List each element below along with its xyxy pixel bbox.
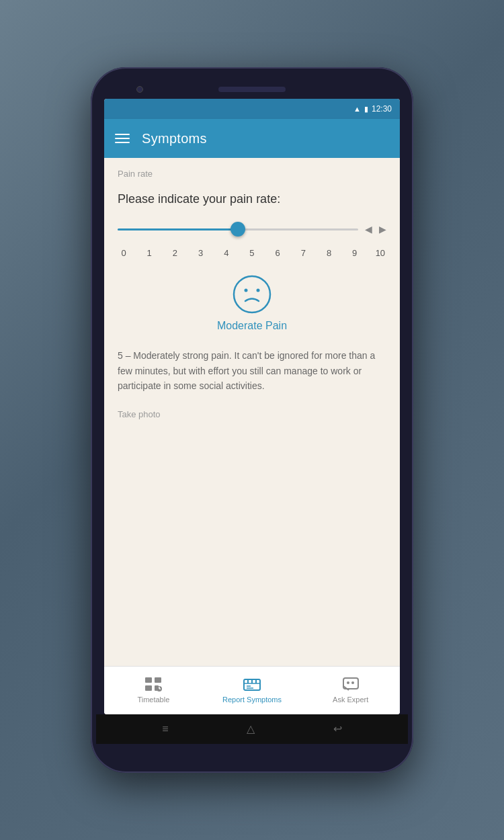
- android-home-button[interactable]: △: [247, 722, 255, 735]
- slider-num-10: 10: [374, 248, 386, 258]
- phone-screen: ▲ ▮ 12:30 Symptoms Pain rate Please indi…: [104, 99, 400, 714]
- camera: [136, 86, 143, 93]
- svg-point-0: [234, 276, 270, 312]
- report-symptoms-icon: [243, 677, 261, 693]
- slider-num-9: 9: [349, 248, 361, 258]
- slider-left-arrow[interactable]: ◀: [365, 224, 372, 235]
- nav-label-ask-expert: Ask Expert: [333, 696, 368, 704]
- pain-description: 5 – Moderately strong pain. It can't be …: [118, 348, 386, 393]
- slider-container[interactable]: ◀ ▶: [118, 221, 386, 237]
- android-back-button[interactable]: ↩: [333, 722, 342, 735]
- slider-thumb[interactable]: [230, 222, 245, 237]
- android-menu-button[interactable]: ≡: [162, 723, 168, 735]
- battery-icon: ▮: [364, 105, 368, 114]
- face-container: Moderate Pain: [118, 274, 386, 332]
- timetable-icon: [144, 677, 162, 693]
- status-icons: ▲ ▮ 12:30: [353, 104, 392, 114]
- svg-point-2: [257, 289, 260, 292]
- slider-fill: [118, 228, 238, 230]
- slider-num-3: 3: [195, 248, 207, 258]
- bottom-nav: Timetable Report Symptoms: [104, 666, 400, 714]
- slider-num-6: 6: [271, 248, 284, 258]
- slider-num-8: 8: [323, 248, 335, 258]
- app-bar: Symptoms: [104, 119, 400, 158]
- svg-point-19: [347, 681, 349, 684]
- slider-num-7: 7: [297, 248, 309, 258]
- slider-num-5: 5: [246, 248, 258, 258]
- section-label: Pain rate: [118, 169, 386, 179]
- nav-item-timetable[interactable]: Timetable: [104, 667, 203, 714]
- time-display: 12:30: [372, 104, 392, 114]
- svg-rect-4: [155, 677, 161, 683]
- nav-item-report-symptoms[interactable]: Report Symptoms: [203, 667, 302, 714]
- slider-numbers: 0 1 2 3 4 5 6 7 8 9 10: [118, 248, 386, 258]
- svg-rect-3: [145, 677, 152, 683]
- phone-top-bar: [96, 79, 408, 99]
- slider-num-0: 0: [118, 248, 130, 258]
- svg-point-1: [245, 289, 248, 292]
- hamburger-menu-icon[interactable]: [115, 134, 130, 143]
- main-content: Pain rate Please indicate your pain rate…: [104, 158, 400, 665]
- phone-frame: ▲ ▮ 12:30 Symptoms Pain rate Please indi…: [91, 67, 413, 773]
- slider-num-1: 1: [143, 248, 155, 258]
- ask-expert-icon: [342, 677, 360, 693]
- signal-icon: ▲: [353, 105, 361, 113]
- app-title: Symptoms: [142, 131, 207, 146]
- nav-label-report-symptoms: Report Symptoms: [222, 696, 282, 704]
- android-nav-bar: ≡ △ ↩: [96, 714, 408, 744]
- slider-right-arrow[interactable]: ▶: [379, 224, 386, 235]
- pain-prompt: Please indicate your pain rate:: [118, 192, 386, 206]
- nav-label-timetable: Timetable: [137, 696, 169, 704]
- nav-item-ask-expert[interactable]: Ask Expert: [301, 667, 400, 714]
- svg-rect-5: [145, 685, 152, 691]
- svg-point-20: [351, 681, 354, 684]
- pain-face-icon: [232, 274, 272, 314]
- slider-track-wrapper[interactable]: [118, 221, 358, 237]
- status-bar: ▲ ▮ 12:30: [104, 99, 400, 119]
- pain-level-label: Moderate Pain: [217, 320, 287, 332]
- slider-num-4: 4: [220, 248, 233, 258]
- take-photo-label: Take photo: [118, 409, 386, 419]
- slider-track[interactable]: [118, 228, 358, 230]
- slider-num-2: 2: [169, 248, 181, 258]
- speaker: [218, 87, 286, 92]
